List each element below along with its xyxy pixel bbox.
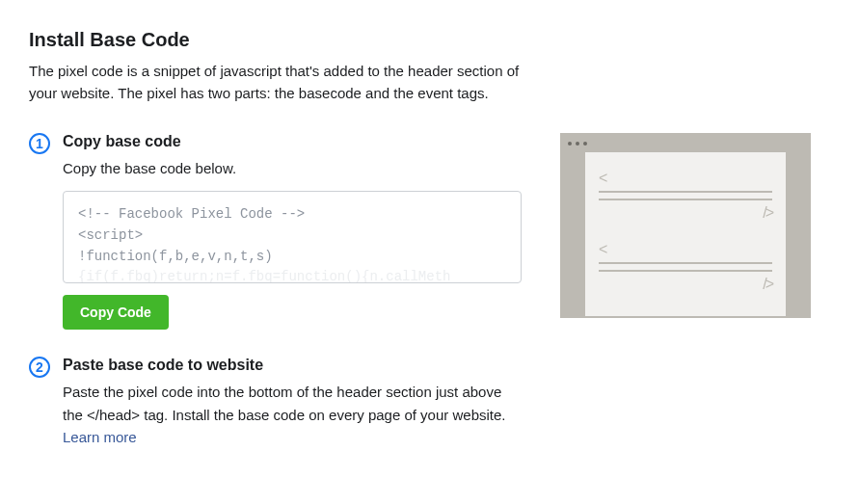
head-tag-text: </head> (87, 407, 140, 423)
browser-mockup-icon: < /> < /> (560, 133, 811, 318)
code-line-2: <script> (78, 225, 506, 247)
browser-right-strip-icon (786, 152, 809, 316)
page-title: Install Base Code (29, 29, 830, 51)
step-number-1: 1 (29, 133, 50, 154)
step-number-2: 2 (29, 357, 50, 378)
code-line-3: !function(f,b,e,v,n,t,s) (78, 247, 506, 268)
page-desc: The pixel code is a snippet of javascrip… (29, 61, 550, 104)
step-2-desc-post: tag. Install the base code on every page… (140, 407, 505, 423)
step-2-desc: Paste the pixel code into the bottom of … (63, 381, 522, 448)
browser-page-area-icon: < /> < /> (585, 152, 786, 316)
code-snippet-box[interactable]: <!-- Facebook Pixel Code --> <script> !f… (63, 191, 522, 283)
step-1-title: Copy base code (63, 133, 522, 150)
step-1: 1 Copy base code Copy the base code belo… (29, 133, 522, 330)
browser-left-strip-icon (562, 152, 585, 316)
code-line-4: {if(f.fbq)return;n=f.fbq=function(){n.ca… (78, 267, 506, 283)
step-2-title: Paste base code to website (63, 357, 522, 374)
copy-code-button[interactable]: Copy Code (63, 295, 169, 330)
step-1-desc: Copy the base code below. (63, 157, 522, 179)
browser-titlebar-icon (562, 135, 809, 152)
learn-more-link[interactable]: Learn more (63, 429, 137, 445)
step-2: 2 Paste base code to website Paste the p… (29, 357, 522, 460)
code-line-1: <!-- Facebook Pixel Code --> (78, 204, 506, 225)
illustration-column: < /> < /> (560, 133, 830, 318)
